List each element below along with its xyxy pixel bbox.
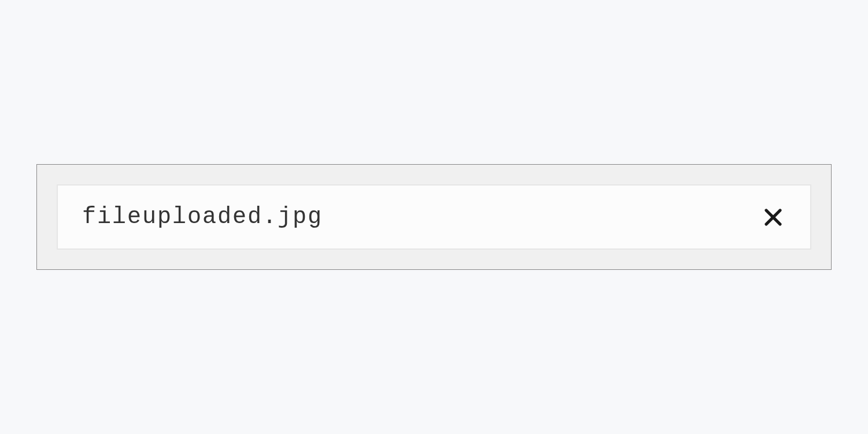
close-icon	[763, 207, 784, 228]
file-name-label: fileuploaded.jpg	[82, 204, 323, 230]
file-item-row: fileuploaded.jpg	[57, 184, 811, 250]
remove-file-button[interactable]	[760, 205, 786, 230]
file-upload-container: fileuploaded.jpg	[36, 164, 832, 270]
